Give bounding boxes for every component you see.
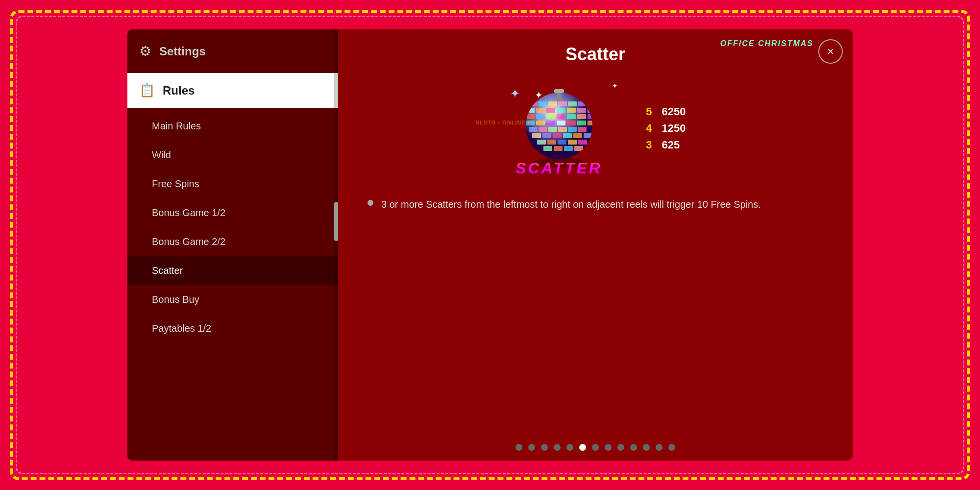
mult-value-3: 625 (662, 139, 680, 151)
page-dot-5[interactable] (566, 444, 573, 451)
bullet-dot (368, 200, 373, 206)
multiplier-row-3: 3 625 (642, 139, 686, 151)
page-dot-4[interactable] (554, 444, 561, 451)
close-button[interactable]: × (818, 39, 843, 64)
main-window: ⚙ Settings 📋 Rules Main Rules Wild Free … (127, 29, 853, 461)
sidebar-item-main-rules[interactable]: Main Rules (127, 112, 338, 141)
multiplier-row-4: 4 1250 (642, 122, 686, 135)
sidebar-item-bonus-game-1[interactable]: Bonus Game 1/2 (127, 198, 338, 227)
page-dot-3[interactable] (541, 444, 548, 451)
page-dot-11[interactable] (643, 444, 650, 451)
rules-icon: 📋 (139, 83, 155, 98)
mult-count-3: 3 (642, 139, 652, 151)
scrollbar-thumb[interactable] (334, 202, 338, 241)
mult-value-5: 6250 (662, 105, 686, 118)
scatter-multipliers: 5 6250 4 1250 3 625 (642, 105, 686, 151)
sidebar-item-free-spins[interactable]: Free Spins (127, 170, 338, 198)
mult-count-5: 5 (642, 105, 652, 118)
sidebar-item-wild[interactable]: Wild (127, 141, 338, 170)
page-dot-8[interactable] (605, 444, 612, 451)
content-body: ✦ ✦ ✦ SLOTS ▪ ONLINE FREE SCATTER 5 6250 (338, 74, 853, 434)
page-dot-6[interactable] (579, 444, 586, 451)
mult-value-4: 1250 (662, 122, 686, 135)
sparkle-icon-2: ✦ (612, 82, 618, 90)
page-dot-9[interactable] (617, 444, 624, 451)
scatter-description: 3 or more Scatters from the leftmost to … (368, 197, 823, 212)
page-dot-13[interactable] (668, 444, 675, 451)
game-title: OFFICE CHRISTMAS (720, 39, 813, 48)
scatter-visual: ✦ ✦ ✦ SLOTS ▪ ONLINE FREE SCATTER 5 6250 (505, 84, 686, 172)
rules-menu-item[interactable]: 📋 Rules (127, 73, 338, 108)
outer-frame: ⚙ Settings 📋 Rules Main Rules Wild Free … (10, 10, 970, 480)
sidebar-scrollbar[interactable] (334, 29, 338, 461)
sparkle-icon-3: ✦ (510, 87, 608, 148)
multiplier-row-5: 5 6250 (642, 105, 686, 118)
settings-label: Settings (159, 45, 206, 58)
pagination (338, 434, 853, 461)
mult-count-4: 4 (642, 122, 652, 135)
page-dot-7[interactable] (592, 444, 599, 451)
rules-nav: Main Rules Wild Free Spins Bonus Game 1/… (127, 108, 338, 343)
page-title: Scatter (565, 44, 625, 65)
content-header: OFFICE CHRISTMAS Scatter × (338, 29, 853, 74)
sidebar-item-scatter[interactable]: Scatter (127, 256, 338, 285)
content-area: OFFICE CHRISTMAS Scatter × (338, 29, 853, 461)
scatter-badge: SCATTER (515, 159, 602, 177)
page-dot-1[interactable] (515, 444, 522, 451)
scatter-description-text: 3 or more Scatters from the leftmost to … (381, 197, 761, 212)
gear-icon: ⚙ (139, 43, 151, 59)
sidebar-item-bonus-game-2[interactable]: Bonus Game 2/2 (127, 227, 338, 256)
page-dot-12[interactable] (656, 444, 662, 451)
watermark: SLOTS ▪ ONLINE FREE (476, 120, 544, 125)
page-dot-10[interactable] (630, 444, 637, 451)
scatter-image-container: ✦ ✦ ✦ SLOTS ▪ ONLINE FREE SCATTER (505, 84, 613, 172)
sidebar-item-paytables[interactable]: Paytables 1/2 (127, 314, 338, 343)
rules-label: Rules (163, 84, 195, 98)
sidebar-item-bonus-buy[interactable]: Bonus Buy (127, 285, 338, 314)
sidebar: ⚙ Settings 📋 Rules Main Rules Wild Free … (127, 29, 338, 461)
page-dot-2[interactable] (528, 444, 535, 451)
settings-menu-item[interactable]: ⚙ Settings (127, 29, 338, 73)
